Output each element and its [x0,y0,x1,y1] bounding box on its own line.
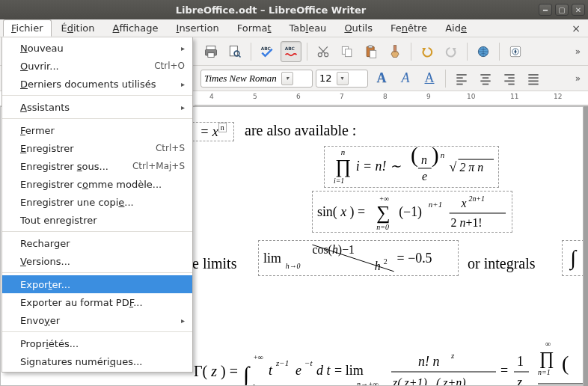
spellcheck-button[interactable]: ABC [257,41,278,62]
ruler-tick: 5 [253,93,257,100]
menu-item-exportpdf[interactable]: Exporter au format PDF... [2,293,192,311]
ruler-tick: 10 [467,93,475,100]
bold-button[interactable]: A [371,68,392,89]
menu-view[interactable]: Affichage [105,19,167,37]
close-button[interactable]: ✕ [572,4,585,16]
undo-icon [420,44,435,59]
formula-gamma[interactable]: Γ( z ) = ∫ +∞ 0 t z−1 e −t d t = lim n→+… [194,331,583,386]
navigator-button[interactable] [505,41,526,62]
menu-item-label: Tout enregistrer [20,215,97,226]
ruler-tick: 8 [383,93,388,100]
separator [467,43,468,61]
menu-edit[interactable]: Édition [53,19,103,37]
formula-object[interactable]: = xn [192,122,234,141]
redo-button[interactable] [441,41,462,62]
submenu-arrow-icon: ▸ [181,103,185,111]
svg-text:ABC: ABC [261,46,271,51]
svg-text:e: e [422,170,427,183]
underline-button[interactable]: A [419,68,440,89]
ruler-tick: 12 [554,93,562,100]
window-controls: ━ ▢ ✕ [539,4,585,16]
ruler-tick: 6 [296,93,301,100]
svg-text:cos(h)−1: cos(h)−1 [312,243,355,257]
svg-text:2 π n: 2 π n [459,161,483,174]
menu-item-reload[interactable]: Recharger [2,234,192,252]
formula-object[interactable]: ∫ [562,240,584,276]
document-close-button[interactable]: × [567,21,585,36]
formula-object[interactable]: n ∏ i=1 i = n! ∼ ( n e ) n √ 2 π n [324,146,499,188]
file-menu-dropdown: Nouveau▸Ouvrir...Ctrl+ODerniers document… [1,37,193,373]
menu-item-saveas[interactable]: Enregistrer sous...Ctrl+Maj+S [2,157,192,175]
menu-item-label: Enregistrer [20,143,74,154]
font-size-combo[interactable]: 12 ▾ [316,70,368,88]
menu-file[interactable]: Fichier [3,19,52,37]
compass-icon [508,44,523,59]
svg-text:∞: ∞ [545,340,551,348]
svg-text:n+1: n+1 [429,200,442,209]
globe-icon [476,44,491,59]
menu-item-label: Propriétés... [20,338,79,349]
italic-button[interactable]: A [395,68,416,89]
paste-icon [364,44,379,59]
separator [445,70,446,88]
maximize-button[interactable]: ▢ [555,4,569,16]
print-button[interactable] [200,41,221,62]
toolbar-overflow[interactable]: » [572,72,584,85]
svg-text:∫: ∫ [242,362,251,386]
menu-item-label: Ouvrir... [20,61,59,72]
menu-item-savecpy[interactable]: Enregistrer une copie... [2,193,192,211]
align-left-icon [454,71,469,86]
underline-icon: A [425,70,435,86]
body-text: or integrals [468,255,536,272]
auto-spellcheck-button[interactable]: ABC [281,41,301,62]
align-left-button[interactable] [451,68,472,89]
menu-item-props[interactable]: Propriétés... [2,334,192,352]
menu-item-recent[interactable]: Derniers documents utilisés▸ [2,75,192,93]
menu-item-label: Recharger [20,238,70,249]
menu-item-new[interactable]: Nouveau▸ [2,39,192,57]
menu-tools[interactable]: Outils [336,19,381,37]
print-preview-button[interactable] [224,41,245,62]
menu-item-send[interactable]: Envoyer▸ [2,311,192,329]
undo-button[interactable] [417,41,438,62]
formula-object[interactable]: sin( x ) = +∞ ∑ n=0 (−1) n+1 x 2n+1 2 n+… [312,191,512,233]
hyperlink-button[interactable] [473,41,494,62]
font-name-combo[interactable]: Times New Roman ▾ [200,70,313,88]
menu-item-versions[interactable]: Versions... [2,252,192,270]
menu-item-save[interactable]: EnregistrerCtrl+S [2,139,192,157]
menu-format[interactable]: Format [229,19,280,37]
align-right-button[interactable] [499,68,520,89]
menu-insert[interactable]: Insertion [168,19,227,37]
toolbar-overflow[interactable]: » [572,45,584,58]
justify-button[interactable] [523,68,544,89]
menu-window[interactable]: Fenêtre [382,19,435,37]
align-center-icon [478,71,493,86]
window-title: LibreOffice.odt – LibreOffice Writer [3,4,539,16]
menubar: Fichier Édition Affichage Insertion Form… [0,19,588,37]
menu-help[interactable]: Aide [437,19,475,37]
menu-item-saveall[interactable]: Tout enregistrer [2,211,192,229]
menu-item-open[interactable]: Ouvrir...Ctrl+O [2,57,192,75]
menu-item-label: Envoyer [20,315,60,326]
menu-item-close[interactable]: Fermer [2,121,192,139]
formula-sin: sin( x ) = +∞ ∑ n=0 (−1) n+1 x 2n+1 2 n+… [313,191,512,233]
formula-object[interactable]: lim h→0 cos(h)−1 h 2 = −0.5 [258,240,459,276]
menu-item-wizards[interactable]: Assistants▸ [2,98,192,116]
svg-text:−t: −t [304,358,313,367]
paste-button[interactable] [361,41,382,62]
menu-item-export[interactable]: Exporter... [2,275,192,293]
copy-button[interactable] [337,41,358,62]
titlebar: LibreOffice.odt – LibreOffice Writer ━ ▢… [0,0,588,19]
menu-item-savetpl[interactable]: Enregistrer comme modèle... [2,175,192,193]
ruler-tick: 11 [510,93,518,100]
minimize-button[interactable]: ━ [539,4,552,16]
svg-text:ABC: ABC [285,46,295,51]
svg-text:n=0: n=0 [376,223,389,231]
svg-text:h: h [375,260,381,272]
clone-formatting-button[interactable] [385,41,405,62]
menu-table[interactable]: Tableau [281,19,335,37]
cut-button[interactable] [313,41,334,62]
svg-rect-17 [393,45,396,51]
align-center-button[interactable] [475,68,496,89]
menu-item-sigs[interactable]: Signatures numériques... [2,352,192,370]
